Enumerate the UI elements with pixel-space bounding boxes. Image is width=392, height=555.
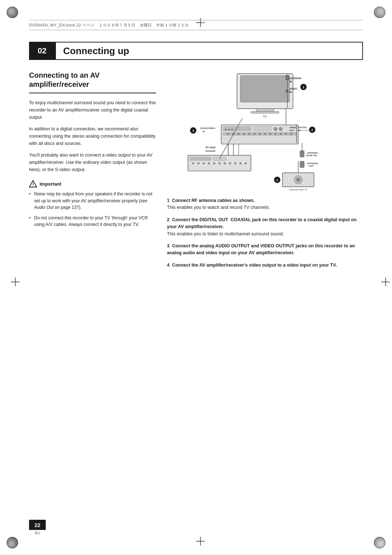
step-3: 3 Connect the analog AUDIO OUTPUT and VI… [167,243,363,257]
important-title: Important [40,181,61,187]
top-bar: DVR645H_WY_EN.book 22 ページ ２００６年７月５日 水曜日 … [29,20,363,30]
svg-rect-17 [223,126,251,131]
bullet-2: Do not connect this recorder to your TV … [29,215,156,228]
svg-point-32 [280,133,282,135]
svg-point-30 [269,133,271,135]
step-1-bold: Connect RF antenna cables as shown. [172,198,255,203]
step-3-bold: Connect the analog AUDIO OUTPUT and VIDE… [167,243,355,255]
svg-text:1: 1 [303,85,305,89]
reg-mark-bottom-left [7,537,18,548]
important-box: ! Important Noise may be output from you… [29,180,156,228]
svg-rect-18 [254,126,271,131]
svg-text:OUT: OUT [290,129,294,131]
important-header: ! Important [29,180,156,188]
svg-text:receiver: receiver [205,149,216,153]
svg-rect-4 [256,109,274,112]
svg-point-57 [229,162,231,165]
file-reference: DVR645H_WY_EN.book 22 ページ ２００６年７月５日 水曜日 … [29,23,189,28]
svg-text:ANTENNA: ANTENNA [307,151,318,154]
svg-rect-3 [241,76,290,102]
svg-text:DIGITAL: DIGITAL [298,126,307,129]
svg-text:OUT: OUT [309,165,314,167]
svg-point-25 [243,133,245,135]
diagram-area: TV ANTENNA IN VIDEO IN 1 [167,71,363,191]
svg-point-29 [264,133,266,135]
svg-point-50 [192,162,194,165]
page-lang: En [29,531,46,535]
page-number-area: 22 En [29,520,46,535]
chapter-header: 02 Connecting up [29,42,363,60]
svg-text:AUDIO/VIDEO: AUDIO/VIDEO [200,127,215,129]
connection-diagram: TV ANTENNA IN VIDEO IN 1 [167,71,363,191]
svg-point-84 [225,129,227,131]
svg-text:IN: IN [290,80,292,83]
svg-point-19 [274,127,277,131]
svg-point-26 [248,133,250,135]
svg-point-58 [234,162,236,165]
svg-point-33 [285,133,287,135]
step-2-bold: Connect the DIGITAL OUT COAXIAL jack on … [167,217,356,229]
svg-point-56 [224,162,226,165]
svg-text:ANTENNA: ANTENNA [307,162,318,165]
svg-text:2: 2 [311,128,313,132]
svg-rect-48 [190,157,211,161]
step-4: 4 Connect the AV amplifier/receiver's vi… [167,262,363,269]
step-2: 2 Connect the DIGITAL OUT COAXIAL jack o… [167,216,363,238]
svg-text:Antenna/cable TV: Antenna/cable TV [289,188,307,191]
section-title: Connecting to an AV amplifier/receiver [29,71,156,93]
chapter-number: 02 [29,42,55,60]
paragraph-2: In addition to a digital connection, we … [29,125,156,147]
svg-point-53 [208,162,210,165]
steps-area: 1 Connect RF antenna cables as shown. Th… [167,197,363,511]
svg-point-86 [231,129,233,131]
svg-point-28 [259,133,261,135]
svg-point-22 [227,133,229,135]
svg-point-20 [279,127,283,131]
right-column: TV ANTENNA IN VIDEO IN 1 [167,71,363,511]
svg-point-24 [238,133,240,135]
svg-point-60 [245,162,247,165]
svg-point-27 [253,133,256,135]
paragraph-1: To enjoy multichannel surround sound you… [29,99,156,121]
svg-text:!: ! [32,182,34,187]
svg-rect-49 [212,157,226,161]
svg-point-85 [228,129,230,131]
svg-text:ANTENNA: ANTENNA [290,77,302,80]
audio-out-ref: Audio Out [34,205,53,210]
reg-mark-top-right [374,7,385,18]
svg-text:TV: TV [263,115,267,118]
svg-point-31 [274,133,277,135]
svg-point-59 [240,162,242,165]
chapter-title-box: Connecting up [55,42,363,60]
svg-rect-9 [286,75,289,80]
svg-point-69 [297,178,300,182]
main-content: Connecting to an AV amplifier/receiver T… [29,71,363,511]
svg-rect-5 [251,112,279,113]
svg-text:IN (RF IN): IN (RF IN) [306,154,317,157]
svg-point-54 [213,162,215,165]
svg-text:AV amp/: AV amp/ [205,146,216,149]
reg-mark-top-left [7,7,18,18]
svg-text:VIDEO: VIDEO [290,126,297,129]
bullet-1: Noise may be output from your speakers i… [29,191,156,211]
left-column: Connecting to an AV amplifier/receiver T… [29,71,167,511]
step-4-bold: Connect the AV amplifier/receiver's vide… [172,263,337,268]
svg-text:IN: IN [203,130,205,133]
svg-point-34 [290,133,292,135]
important-bullets: Noise may be output from your speakers i… [29,191,156,228]
page-number: 22 [29,520,46,530]
step-1: 1 Connect RF antenna cables as shown. Th… [167,197,363,211]
svg-text:VIDEO: VIDEO [290,88,297,90]
svg-point-55 [219,162,221,165]
step-2-body: This enables you to listen to multichann… [167,231,284,236]
svg-point-13 [286,90,289,93]
svg-text:1: 1 [276,178,278,182]
reg-mark-bottom-right [374,537,385,548]
svg-text:3: 3 [192,129,194,133]
step-1-body: This enables you to watch and record TV … [167,205,270,210]
warning-icon: ! [29,180,37,188]
svg-text:IN: IN [290,91,292,93]
svg-rect-66 [300,161,304,167]
svg-point-51 [197,162,200,165]
chapter-title: Connecting up [63,45,129,57]
